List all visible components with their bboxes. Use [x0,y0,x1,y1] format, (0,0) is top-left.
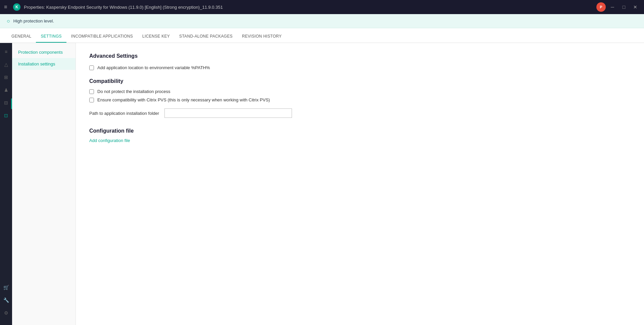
tab-revision[interactable]: REVISION HISTORY [237,31,286,43]
tab-settings[interactable]: SETTINGS [36,31,66,43]
sidebar-icon-tools[interactable]: 🔧 [1,295,11,306]
status-text: High protection level. [13,18,54,24]
add-configuration-link[interactable]: Add configuration file [89,138,130,143]
checkbox-add-path[interactable] [89,65,94,70]
checkbox-add-path-label: Add application location to environment … [97,65,210,70]
tab-incompatible[interactable]: INCOMPATIBLE APPLICATIONS [66,31,138,43]
nav-item-installation-settings[interactable]: Installation settings [12,58,76,70]
active-indicator [11,98,12,109]
tab-standalone[interactable]: STAND-ALONE PACKAGES [175,31,237,43]
nav-panel: Protection components Installation setti… [12,43,76,325]
advanced-settings-title: Advanced Settings [89,53,631,59]
sidebar-icon-alert[interactable]: △ [1,59,11,70]
configuration-file-section: Configuration file Add configuration fil… [89,128,631,143]
status-icon: ○ [7,18,10,24]
content-area: Advanced Settings Add application locati… [76,43,644,325]
checkbox-row-path: Add application location to environment … [89,65,631,70]
icon-sidebar: ≡ △ ⊞ ♟ ⊟ ⊡ 🛒 🔧 ⚙ [0,43,12,325]
checkbox-citrix[interactable] [89,98,94,102]
minimize-button[interactable]: ─ [608,2,617,12]
close-button[interactable]: ✕ [631,2,640,12]
sidebar-icon-shopping[interactable]: 🛒 [1,282,11,293]
compatibility-section: Compatibility Do not protect the install… [89,78,631,118]
window-controls: P ─ □ ✕ [596,2,640,12]
nav-item-protection-components[interactable]: Protection components [12,46,76,58]
sidebar-icon-reports[interactable]: ⊞ [1,72,11,83]
sidebar-icon-settings[interactable]: ⚙ [1,308,11,318]
tab-bar: GENERAL SETTINGS INCOMPATIBLE APPLICATIO… [0,28,644,43]
maximize-button[interactable]: □ [619,2,629,12]
checkbox-do-not-protect-label: Do not protect the installation process [97,89,170,94]
sidebar-icon-tasks[interactable]: ⊡ [1,110,11,121]
title-bar: ≡ K Properties: Kaspersky Endpoint Secur… [0,0,644,14]
checkbox-do-not-protect[interactable] [89,89,94,94]
sidebar-icon-menu[interactable]: ≡ [1,46,11,57]
sidebar-icon-devices[interactable]: ⊟ [1,97,11,108]
main-area: ≡ △ ⊞ ♟ ⊟ ⊡ 🛒 🔧 ⚙ Protection components … [0,43,644,325]
app-icon: K [13,3,20,11]
hamburger-icon[interactable]: ≡ [4,4,7,10]
window-title: Properties: Kaspersky Endpoint Security … [24,5,223,10]
status-bar: ○ High protection level. [0,14,644,28]
path-label: Path to application installation folder [89,111,159,116]
checkbox-citrix-label: Ensure compatibility with Citrix PVS (th… [97,97,270,102]
checkbox-row-protect: Do not protect the installation process [89,89,631,94]
checkbox-row-citrix: Ensure compatibility with Citrix PVS (th… [89,97,631,102]
advanced-settings-section: Advanced Settings Add application locati… [89,53,631,70]
config-title: Configuration file [89,128,631,134]
path-row: Path to application installation folder [89,108,631,118]
sidebar-icon-users[interactable]: ♟ [1,85,11,95]
user-avatar: P [596,2,606,12]
compatibility-title: Compatibility [89,78,631,84]
tab-general[interactable]: GENERAL [7,31,36,43]
tab-license[interactable]: LICENSE KEY [138,31,175,43]
path-input[interactable] [164,108,292,118]
